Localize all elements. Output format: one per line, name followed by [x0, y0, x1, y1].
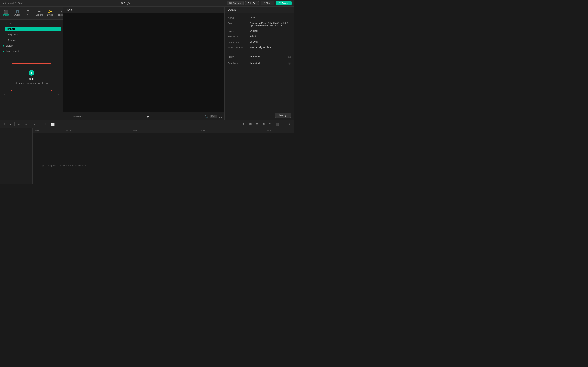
- detail-ratio-row: Ratio: Original: [228, 30, 291, 32]
- name-value: 0426 (3): [250, 16, 291, 19]
- freelayer-label: Free layer:: [228, 62, 248, 64]
- import-area: + Import Supports: videos, audios, photo…: [0, 55, 63, 120]
- toolbar-audio-label: Audio: [15, 14, 20, 16]
- ruler-tick-4: 00:40: [268, 129, 272, 131]
- toolbar-text-label: Text: [26, 14, 30, 16]
- timeline-tool-1[interactable]: ⊞: [248, 122, 253, 126]
- join-pro-button[interactable]: Join Pro: [245, 1, 259, 5]
- timeline-playhead: [66, 128, 66, 184]
- timeline-area: 00:00 00:10 00:20 00:30 00:40 ▤ Drag mat…: [0, 128, 294, 184]
- timeline-toolbar: ↖ ▾ ↩ ↪ ⧸ ⊣ ⊢ ⬜ 🎙 ⊞ ⊟ ⊠ ⬡ ⬛ − +: [0, 120, 294, 128]
- timeline-tool-4[interactable]: ⬡: [268, 122, 273, 126]
- sidebar-ai-btn[interactable]: AI generated: [5, 32, 61, 37]
- import-label: Import: [28, 77, 35, 80]
- player-actions: 📷 Ratio ⛶: [205, 115, 222, 118]
- resolution-label: Resolution:: [228, 35, 248, 38]
- timeline-tool-2[interactable]: ⊟: [255, 122, 259, 126]
- proxy-value: Turned off: [250, 55, 287, 58]
- ruler-tick-3: 00:30: [200, 129, 205, 131]
- toolbar-effects-label: Effects: [47, 14, 53, 16]
- sidebar-import-btn[interactable]: Import: [5, 26, 61, 31]
- top-bar: Auto saved: 11:38:42 0426 (3) ⌨ Shortcut…: [0, 0, 294, 7]
- toolbar-stickers-label: Stickers: [35, 14, 43, 16]
- toolbar-media[interactable]: ⬛ Media: [1, 8, 11, 17]
- select-tool[interactable]: ↖: [2, 122, 7, 126]
- toolbar-media-label: Media: [3, 14, 9, 16]
- framerate-label: Frame rate:: [228, 41, 248, 43]
- timeline-tool-5[interactable]: ⬛: [274, 122, 280, 126]
- sidebar-spaces-btn[interactable]: Spaces: [5, 38, 61, 43]
- trim-left-tool[interactable]: ⊣: [38, 122, 42, 126]
- player-menu-icon[interactable]: ⋯: [219, 8, 222, 12]
- drop-zone[interactable]: + Import Supports: videos, audios, photo…: [4, 59, 59, 95]
- mic-button[interactable]: 🎙: [241, 122, 246, 126]
- text-icon: T: [27, 10, 29, 13]
- split-tool[interactable]: ⧸: [33, 122, 36, 126]
- project-title: 0426 (3): [121, 2, 130, 5]
- sidebar-item-local[interactable]: ▼ Local: [2, 21, 61, 26]
- detail-divider: [228, 52, 291, 52]
- ratio-label: Ratio:: [228, 30, 248, 32]
- fullscreen-icon[interactable]: ⛶: [219, 115, 222, 118]
- freelayer-value: Turned off: [250, 62, 287, 64]
- zoom-out-button[interactable]: −: [282, 122, 286, 126]
- freelayer-info-icon[interactable]: ⓘ: [288, 62, 291, 65]
- detail-freelayer-row: Free layer: Turned off ⓘ: [228, 62, 291, 65]
- details-body: Name: 0426 (3) Saved: /Users/kim/Movies/…: [225, 13, 294, 110]
- arrow-icon: ▼: [3, 22, 5, 25]
- toolbar-stickers[interactable]: ✦ Stickers: [34, 8, 44, 17]
- ratio-value: Original: [250, 30, 291, 32]
- autosave-label: Auto saved: 11:38:42: [2, 2, 24, 4]
- trim-right-tool[interactable]: ⊢: [44, 122, 48, 126]
- player-screen: [63, 13, 224, 112]
- screenshot-icon[interactable]: 📷: [205, 115, 208, 118]
- saved-label: Saved:: [228, 22, 248, 25]
- keyboard-icon: ⌨: [229, 2, 232, 4]
- timeline-tool-3[interactable]: ⊠: [261, 122, 266, 126]
- export-icon: ⬆: [279, 2, 281, 4]
- transitions-icon: ▷: [60, 10, 63, 13]
- redo-button[interactable]: ↪: [23, 122, 28, 126]
- timeline-main[interactable]: 00:00 00:10 00:20 00:30 00:40 ▤ Drag mat…: [33, 128, 294, 184]
- name-label: Name:: [228, 16, 248, 19]
- modify-button[interactable]: Modify: [275, 113, 291, 118]
- share-button[interactable]: ⬆ Share: [260, 1, 274, 5]
- main-area: ⬛ Media 🎵 Audio T Text ✦ Stickers ✨ Effe…: [0, 7, 294, 120]
- export-button[interactable]: ⬆ Export: [276, 1, 292, 5]
- share-icon: ⬆: [263, 2, 265, 4]
- sidebar-item-brand-assets[interactable]: ▶ Brand assets: [2, 49, 61, 53]
- ruler-tick-1: 00:10: [66, 129, 71, 131]
- resolution-value: Adapted: [250, 35, 291, 38]
- play-button[interactable]: ▶: [147, 114, 149, 118]
- undo-button[interactable]: ↩: [17, 122, 22, 126]
- left-panel: ⬛ Media 🎵 Audio T Text ✦ Stickers ✨ Effe…: [0, 7, 63, 120]
- details-panel: Details Name: 0426 (3) Saved: /Users/kim…: [225, 7, 294, 120]
- toolbar: ⬛ Media 🎵 Audio T Text ✦ Stickers ✨ Effe…: [0, 7, 63, 20]
- import-button-box[interactable]: + Import Supports: videos, audios, photo…: [11, 63, 52, 91]
- timeline-right-tools: 🎙 ⊞ ⊟ ⊠ ⬡ ⬛ − +: [241, 122, 292, 126]
- drop-hint-text: Drag material here and start to create: [47, 164, 87, 167]
- ratio-button[interactable]: Ratio: [210, 115, 217, 118]
- bottom-area: ↖ ▾ ↩ ↪ ⧸ ⊣ ⊢ ⬜ 🎙 ⊞ ⊟ ⊠ ⬡ ⬛ − + 00:00 00…: [0, 120, 294, 184]
- player-title: Player: [66, 8, 73, 11]
- toolbar-audio[interactable]: 🎵 Audio: [12, 8, 22, 17]
- import-supports-label: Supports: videos, audios, photos: [15, 82, 48, 84]
- proxy-info-icon[interactable]: ⓘ: [288, 55, 291, 59]
- details-header: Details: [225, 7, 294, 13]
- proxy-label: Proxy:: [228, 55, 248, 58]
- detail-proxy-row: Proxy: Turned off ⓘ: [228, 55, 291, 59]
- local-label: Local: [6, 22, 12, 25]
- zoom-in-button[interactable]: +: [287, 122, 292, 126]
- sidebar-item-library[interactable]: ▶ Library: [2, 44, 61, 48]
- shortcut-button[interactable]: ⌨ Shortcut: [227, 1, 243, 5]
- player-panel: Player ⋯ 00:00:00:00 / 00:00:00:00 ▶ 📷 R…: [63, 7, 225, 120]
- sidebar-nav: ▼ Local Import AI generated Spaces ▶ Lib…: [0, 20, 63, 55]
- details-footer: Modify: [225, 110, 294, 120]
- toolbar-text[interactable]: T Text: [23, 9, 34, 17]
- toolbar-effects[interactable]: ✨ Effects: [45, 8, 56, 17]
- effects-icon: ✨: [48, 10, 52, 13]
- arrow-icon-brand: ▶: [3, 50, 5, 52]
- player-controls: 00:00:00:00 / 00:00:00:00 ▶ 📷 Ratio ⛶: [63, 112, 224, 120]
- crop-tool[interactable]: ⬜: [50, 122, 56, 126]
- select-dropdown[interactable]: ▾: [9, 122, 12, 126]
